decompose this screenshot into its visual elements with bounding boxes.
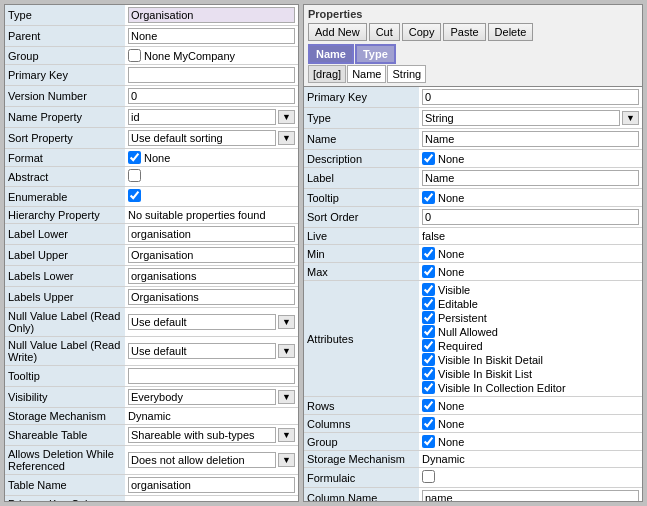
right-field-value: None xyxy=(419,263,642,281)
right-input[interactable] xyxy=(422,209,639,225)
right-row: Type▼ xyxy=(304,108,642,129)
right-field-value: VisibleEditablePersistentNull AllowedReq… xyxy=(419,281,642,397)
field-checkbox[interactable] xyxy=(128,189,141,202)
attribute-checkbox[interactable] xyxy=(422,339,435,352)
right-field-label: Sort Order xyxy=(304,207,419,228)
attribute-label: Editable xyxy=(438,298,478,310)
right-none-checkbox[interactable] xyxy=(422,435,435,448)
dropdown-arrow[interactable]: ▼ xyxy=(278,315,295,329)
left-panel: TypeParentGroupNoneMyCompanyPrimary KeyV… xyxy=(4,4,299,502)
right-none-checkbox[interactable] xyxy=(422,152,435,165)
left-select-input[interactable] xyxy=(128,389,276,405)
attribute-checkbox[interactable] xyxy=(422,311,435,324)
left-field-value: ▼ xyxy=(125,387,298,408)
left-select-input[interactable] xyxy=(128,130,276,146)
left-input[interactable] xyxy=(128,88,295,104)
left-input[interactable] xyxy=(128,289,295,305)
left-row: Shareable Table▼ xyxy=(5,425,298,446)
attribute-row: Required xyxy=(422,339,639,352)
left-input[interactable] xyxy=(128,368,295,384)
right-field-value xyxy=(419,129,642,150)
dropdown-arrow[interactable]: ▼ xyxy=(278,453,295,467)
attribute-checkbox[interactable] xyxy=(422,381,435,394)
left-field-value xyxy=(125,245,298,266)
left-row: Tooltip xyxy=(5,366,298,387)
left-row: Allows Deletion While Referenced▼ xyxy=(5,446,298,475)
left-input[interactable] xyxy=(128,28,295,44)
right-input[interactable] xyxy=(422,170,639,186)
main-container: TypeParentGroupNoneMyCompanyPrimary KeyV… xyxy=(0,0,647,506)
attribute-checkbox[interactable] xyxy=(422,297,435,310)
attribute-checkbox[interactable] xyxy=(422,367,435,380)
right-none-checkbox[interactable] xyxy=(422,265,435,278)
left-field-label: Null Value Label (Read Write) xyxy=(5,337,125,366)
right-dropdown-arrow[interactable]: ▼ xyxy=(622,111,639,125)
delete-button[interactable]: Delete xyxy=(488,23,534,41)
right-field-value: false xyxy=(419,228,642,245)
left-select-input[interactable] xyxy=(128,427,276,443)
drag-handle[interactable]: [drag] xyxy=(308,65,346,83)
type-col-header[interactable]: Type xyxy=(355,44,396,64)
right-row: Primary Key xyxy=(304,87,642,108)
right-row: GroupNone xyxy=(304,433,642,451)
copy-button[interactable]: Copy xyxy=(402,23,442,41)
attribute-checkbox[interactable] xyxy=(422,353,435,366)
attribute-row: Visible In Collection Editor xyxy=(422,381,639,394)
dropdown-arrow[interactable]: ▼ xyxy=(278,110,295,124)
left-field-value: ▼ xyxy=(125,337,298,366)
attribute-checkbox[interactable] xyxy=(422,325,435,338)
left-row: Name Property▼ xyxy=(5,107,298,128)
field-checkbox[interactable] xyxy=(128,169,141,182)
left-field-value xyxy=(125,496,298,503)
right-field-label: Label xyxy=(304,168,419,189)
left-field-label: Version Number xyxy=(5,86,125,107)
attribute-checkbox[interactable] xyxy=(422,283,435,296)
right-select-input[interactable] xyxy=(422,110,620,126)
left-select-input[interactable] xyxy=(128,343,276,359)
left-input[interactable] xyxy=(128,7,295,23)
dropdown-arrow[interactable]: ▼ xyxy=(278,428,295,442)
left-field-value: No suitable properties found xyxy=(125,207,298,224)
left-row: Enumerable xyxy=(5,187,298,207)
right-input[interactable] xyxy=(422,89,639,105)
attribute-label: Required xyxy=(438,340,483,352)
left-input[interactable] xyxy=(128,268,295,284)
cut-button[interactable]: Cut xyxy=(369,23,400,41)
dropdown-arrow[interactable]: ▼ xyxy=(278,131,295,145)
left-field-value: Dynamic xyxy=(125,408,298,425)
left-select-input[interactable] xyxy=(128,109,276,125)
none-checkbox[interactable] xyxy=(128,151,141,164)
right-checkbox[interactable] xyxy=(422,470,435,483)
right-row: AttributesVisibleEditablePersistentNull … xyxy=(304,281,642,397)
type-item: String xyxy=(387,65,426,83)
right-none-checkbox[interactable] xyxy=(422,247,435,260)
right-field-label: Column Name xyxy=(304,488,419,502)
right-none-checkbox[interactable] xyxy=(422,399,435,412)
right-input[interactable] xyxy=(422,490,639,501)
right-field-label: Max xyxy=(304,263,419,281)
right-none-label: None xyxy=(438,418,464,430)
right-none-checkbox[interactable] xyxy=(422,191,435,204)
paste-button[interactable]: Paste xyxy=(443,23,485,41)
name-col-header[interactable]: Name xyxy=(308,44,354,64)
none-checkbox[interactable] xyxy=(128,49,141,62)
left-input[interactable] xyxy=(128,477,295,493)
left-field-value: None xyxy=(125,149,298,167)
left-input[interactable] xyxy=(128,226,295,242)
group-text: MyCompany xyxy=(173,50,235,62)
name-item: Name xyxy=(347,65,386,83)
right-field-value: ▼ xyxy=(419,108,642,129)
left-input[interactable] xyxy=(128,67,295,83)
left-select-input[interactable] xyxy=(128,314,276,330)
left-field-label: Table Name xyxy=(5,475,125,496)
right-row: Livefalse xyxy=(304,228,642,245)
right-field-value: None xyxy=(419,245,642,263)
add-new-button[interactable]: Add New xyxy=(308,23,367,41)
right-input[interactable] xyxy=(422,131,639,147)
left-select-input[interactable] xyxy=(128,452,276,468)
left-input[interactable] xyxy=(128,247,295,263)
dropdown-arrow[interactable]: ▼ xyxy=(278,390,295,404)
right-none-checkbox[interactable] xyxy=(422,417,435,430)
left-field-label: Sort Property xyxy=(5,128,125,149)
dropdown-arrow[interactable]: ▼ xyxy=(278,344,295,358)
